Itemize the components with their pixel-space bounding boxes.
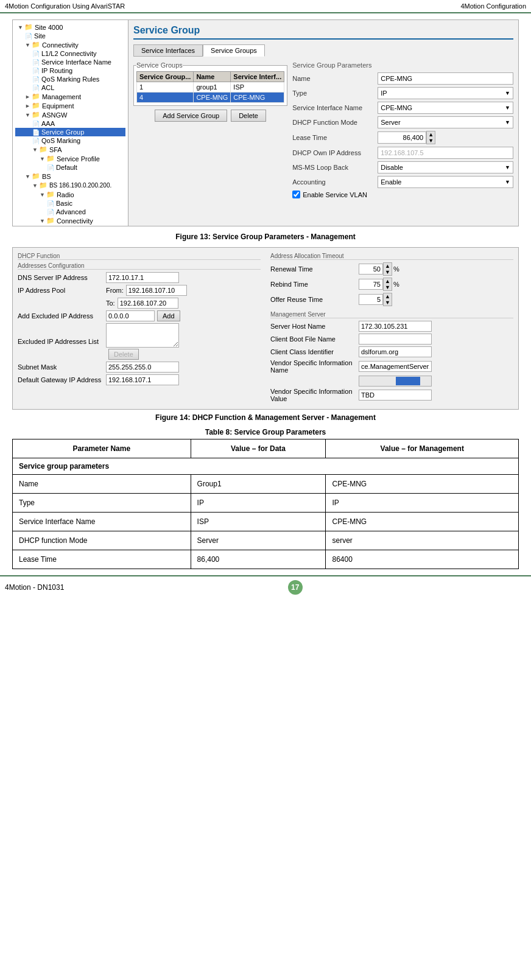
tree-item-acl[interactable]: 📄 ACL [15, 83, 125, 92]
row-iface-mgmt: CPE-MNG [326, 513, 519, 531]
dhcp-renewal-input[interactable] [359, 264, 383, 275]
table-caption: Table 8: Service Group Parameters [0, 428, 531, 436]
sg-box-title: Service Groups [136, 61, 183, 69]
header-right: 4Motion Configuration [460, 2, 526, 10]
param-ms-loop-select[interactable]: Disable ▼ [378, 161, 513, 173]
tree-item-radio[interactable]: ▼ 📁 Radio [15, 190, 125, 199]
chevron-down-icon: ▼ [505, 164, 510, 170]
tree-item-l1l2[interactable]: 📄 L1/L2 Connectivity [15, 49, 125, 58]
rebind-unit: % [393, 281, 399, 288]
sg-row2-name: CPE-MNG [194, 93, 231, 103]
enable-vlan-checkbox[interactable] [292, 191, 300, 198]
tree-item-bs[interactable]: ▼ 📁 BS [15, 172, 125, 181]
sg-row1-id: 1 [137, 82, 194, 93]
delete-excluded-button[interactable]: Delete [108, 349, 139, 360]
dhcp-client-boot-input[interactable] [359, 334, 432, 345]
param-type-select[interactable]: IP ▼ [378, 87, 513, 99]
tree-item-site[interactable]: 📄 Site [15, 32, 125, 40]
dhcp-excluded-list-textarea[interactable] [106, 323, 179, 348]
dhcp-gateway-input[interactable] [106, 374, 179, 385]
tree-item-connectivity2[interactable]: ▼ 📁 Connectivity [15, 216, 125, 225]
dhcp-dns-row: DNS Server IP Address [18, 272, 261, 283]
row-iface-param: Service Interface Name [13, 513, 191, 531]
spinbox-up-icon[interactable]: ▲▼ [383, 262, 392, 276]
param-dhcp-ip-input[interactable] [378, 147, 513, 159]
sg-buttons: Add Service Group Delete [133, 106, 287, 125]
table-section-label: Service group parameters [13, 458, 519, 475]
dhcp-rebind-input[interactable] [359, 279, 383, 290]
param-iface-label: Service Interface Name [292, 104, 378, 111]
param-ms-loop-row: MS-MS Loop Back Disable ▼ [292, 161, 513, 173]
tree-panel: ▼ 📁 Site 4000 📄 Site ▼ 📁 Connectivity 📄 … [13, 20, 128, 226]
dhcp-vendor-info-input[interactable] [359, 361, 432, 372]
dhcp-add-excluded-row: Add Excluded IP Address Add [18, 310, 261, 321]
param-iface-row: Service Interface Name CPE-MNG ▼ [292, 102, 513, 114]
dhcp-ip-to-input[interactable] [118, 298, 178, 309]
tree-item-equipment[interactable]: ► 📁 Equipment [15, 101, 125, 110]
param-name-label: Name [292, 75, 378, 82]
dhcp-vendor-value-input[interactable] [359, 390, 432, 401]
spinbox-up-icon[interactable]: ▲▼ [426, 131, 435, 144]
footer-left: 4Motion - DN1031 [5, 583, 64, 592]
delete-button[interactable]: Delete [231, 110, 266, 122]
dhcp-client-class-label: Client Class Identifier [270, 348, 359, 355]
dhcp-ip-from-input[interactable] [126, 285, 187, 296]
spinbox-up-icon[interactable]: ▲▼ [383, 278, 392, 291]
tree-item-aaa[interactable]: 📄 AAA [15, 119, 125, 128]
table-row: Service Interface Name ISP CPE-MNG [13, 513, 519, 531]
param-accounting-select[interactable]: Enable ▼ [378, 176, 513, 188]
tree-item-conn-basic[interactable]: 📄 Basic [15, 225, 125, 226]
dhcp-addresses-title: Addresses Configuration [18, 262, 261, 270]
chevron-down-icon: ▼ [505, 179, 510, 185]
sg-col-iface: Service Interf... [231, 72, 284, 82]
tree-item-ip-routing[interactable]: 📄 IP Routing [15, 66, 125, 75]
tree-item-ip-interface[interactable]: 📄 Service Interface Name [15, 58, 125, 66]
tree-item-default[interactable]: 📄 Default [15, 163, 125, 172]
param-lease-input[interactable] [378, 131, 426, 144]
dhcp-add-excluded-input[interactable] [106, 310, 155, 321]
row-dhcp-data: Server [191, 531, 326, 550]
dhcp-ip-pool-row: IP Address Pool From: [18, 285, 261, 296]
param-dhcp-mode-select[interactable]: Server ▼ [378, 116, 513, 128]
spinbox-up-icon[interactable]: ▲▼ [383, 293, 392, 306]
dhcp-scrollbar[interactable] [359, 376, 432, 387]
add-button[interactable]: Add [157, 310, 180, 321]
tab-service-interfaces[interactable]: Service Interfaces [133, 44, 203, 57]
row-lease-param: Lease Time [13, 550, 191, 569]
row-type-data: IP [191, 494, 326, 513]
tree-item-service-group[interactable]: 📄 Service Group [15, 128, 125, 136]
dhcp-offer-input[interactable] [359, 294, 383, 305]
tree-item-site4000[interactable]: ▼ 📁 Site 4000 [15, 23, 125, 32]
param-iface-select[interactable]: CPE-MNG ▼ [378, 102, 513, 114]
tree-item-radio-basic[interactable]: 📄 Basic [15, 199, 125, 208]
row-lease-mgmt: 86400 [326, 550, 519, 569]
dhcp-right: Address Allocation Timeout Renewal Time … [270, 253, 513, 404]
dhcp-excluded-list-label: Excluded IP Addresses List [18, 338, 106, 345]
dhcp-alloc-title: Address Allocation Timeout [270, 253, 513, 260]
panel-title: Service Group [133, 25, 513, 40]
dhcp-subnet-input[interactable] [106, 362, 179, 373]
sg-row1-name: group1 [194, 82, 231, 93]
add-service-group-button[interactable]: Add Service Group [155, 110, 227, 122]
tab-service-groups[interactable]: Service Groups [203, 44, 265, 57]
tree-item-radio-advanced[interactable]: 📄 Advanced [15, 208, 125, 216]
table-row[interactable]: 1 group1 ISP [137, 82, 284, 93]
dhcp-dns-input[interactable] [106, 272, 179, 283]
tree-item-management[interactable]: ► 📁 Management [15, 92, 125, 101]
tree-item-bs-ip[interactable]: ▼ 📁 BS 186.190.0.200.200. [15, 181, 125, 190]
table-row[interactable]: 4 CPE-MNG CPE-MNG [137, 93, 284, 103]
tree-item-service-profile[interactable]: ▼ 📁 Service Profile [15, 154, 125, 163]
enable-vlan-row: Enable Service VLAN [292, 191, 513, 198]
dhcp-server-host-input[interactable] [359, 321, 432, 332]
dhcp-client-class-input[interactable] [359, 346, 432, 357]
table-row: Type IP IP [13, 494, 519, 513]
tree-item-sfa[interactable]: ▼ 📁 SFA [15, 145, 125, 154]
tree-item-connectivity[interactable]: ▼ 📁 Connectivity [15, 40, 125, 49]
tree-item-asngw[interactable]: ▼ 📁 ASNGW [15, 110, 125, 119]
from-label: From: [106, 287, 124, 294]
param-lease-label: Lease Time [292, 134, 378, 141]
param-name-input[interactable] [378, 72, 513, 85]
tree-item-qos[interactable]: 📄 QoS Marking Rules [15, 75, 125, 83]
figure2-screenshot: DHCP Function Addresses Configuration DN… [12, 247, 519, 410]
tree-item-qos-marking[interactable]: 📄 QoS Marking [15, 136, 125, 145]
